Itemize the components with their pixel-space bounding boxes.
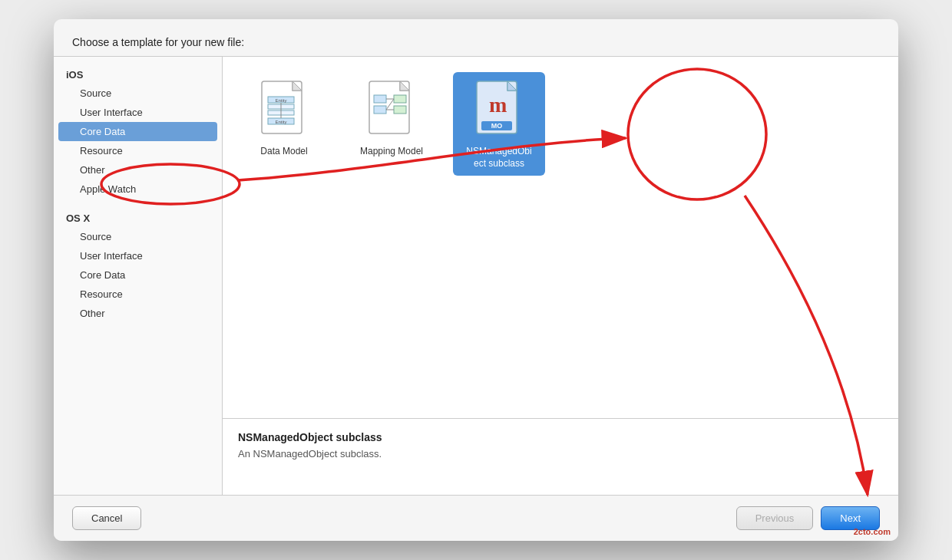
svg-rect-11 (374, 95, 386, 103)
dialog-footer: Cancel Previous Next (54, 496, 898, 541)
data-model-icon: Entity Entity (256, 78, 312, 140)
sidebar-item-ios-resource[interactable]: Resource (58, 141, 217, 160)
svg-text:MO: MO (491, 122, 503, 130)
sidebar-item-ios-other[interactable]: Other (58, 160, 217, 180)
template-dialog: Choose a template for your new file: iOS… (54, 19, 898, 541)
sidebar: iOS Source User Interface Core Data Reso… (54, 57, 223, 495)
dialog-title: Choose a template for your new file: (54, 19, 898, 56)
sidebar-item-ios-ui[interactable]: User Interface (58, 103, 217, 122)
svg-text:Entity: Entity (275, 120, 286, 124)
description-area: NSManagedObject subclass An NSManagedObj… (223, 418, 898, 495)
nsmanaged-label: NSManagedObiect subclass (466, 146, 531, 170)
svg-rect-12 (374, 106, 386, 114)
description-title: NSManagedObject subclass (238, 431, 883, 443)
sidebar-item-osx-ui[interactable]: User Interface (58, 246, 217, 265)
sidebar-item-osx-coredata[interactable]: Core Data (58, 265, 217, 285)
sidebar-item-osx-other[interactable]: Other (58, 304, 217, 323)
svg-rect-13 (394, 95, 406, 103)
svg-rect-14 (394, 106, 406, 114)
sidebar-section-osx: OS X (54, 206, 222, 227)
template-data-model[interactable]: Entity Entity Data Model (238, 72, 330, 176)
svg-text:Entity: Entity (275, 98, 286, 103)
sidebar-item-ios-source[interactable]: Source (58, 84, 217, 103)
template-mapping-model[interactable]: Mapping Model (345, 72, 438, 176)
template-nsmanagedobject[interactable]: m MO NSManagedObiect subclass (453, 72, 545, 176)
svg-text:m: m (489, 93, 507, 117)
sidebar-item-ios-applewatch[interactable]: Apple Watch (58, 180, 217, 199)
cancel-button[interactable]: Cancel (72, 506, 141, 530)
sidebar-section-ios: iOS (54, 63, 222, 84)
previous-button[interactable]: Previous (736, 506, 814, 530)
mapping-model-icon (364, 78, 419, 140)
sidebar-item-osx-resource[interactable]: Resource (58, 285, 217, 304)
dialog-body: iOS Source User Interface Core Data Reso… (54, 56, 898, 496)
nsmanaged-icon: m MO (471, 78, 527, 140)
description-text: An NSManagedObject subclass. (238, 448, 883, 460)
sidebar-item-ios-coredata[interactable]: Core Data (58, 122, 217, 141)
mapping-model-label: Mapping Model (360, 146, 423, 158)
content-area: Entity Entity Data Model (223, 57, 898, 495)
templates-grid: Entity Entity Data Model (223, 57, 898, 418)
data-model-label: Data Model (260, 146, 307, 158)
sidebar-item-osx-source[interactable]: Source (58, 227, 217, 246)
